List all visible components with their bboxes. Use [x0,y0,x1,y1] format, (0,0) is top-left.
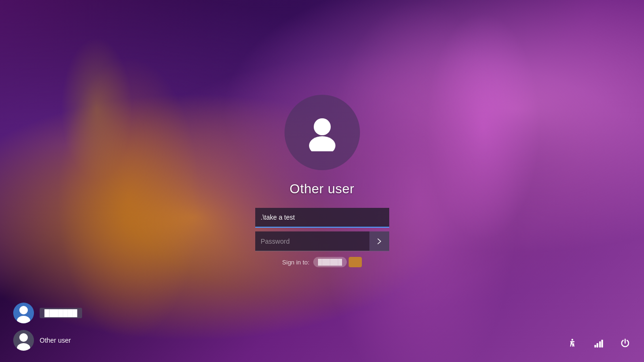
other-user-avatar [13,330,34,351]
power-button[interactable] [616,334,635,353]
domain-text: ██████ [318,259,342,265]
list-item-current-user[interactable]: ███████ [9,301,86,325]
network-button[interactable] [589,334,608,353]
accessibility-button[interactable] [563,334,582,353]
current-user-name: ███████ [40,308,82,318]
username-input[interactable] [255,208,389,228]
username-title: Other user [290,181,354,197]
svg-rect-10 [602,340,603,348]
svg-point-4 [19,333,28,342]
user-list: ███████ Other user [9,301,86,353]
user-avatar-icon [303,114,341,151]
sign-in-row: Sign in to: ██████ [282,257,362,267]
other-user-avatar-icon [13,330,34,351]
sign-in-label: Sign in to: [282,259,309,266]
svg-point-3 [17,316,30,323]
svg-rect-8 [596,343,598,347]
domain-active-indicator [349,257,362,267]
password-container [255,231,389,251]
svg-point-2 [19,306,28,314]
svg-rect-7 [594,345,596,348]
power-icon [620,338,630,348]
current-user-avatar-icon [13,303,34,323]
svg-rect-9 [599,341,601,347]
current-user-avatar [13,303,34,323]
system-buttons [563,334,635,353]
svg-point-1 [309,136,335,151]
arrow-right-icon [375,237,384,246]
network-icon [594,338,604,348]
user-avatar-large [284,95,360,170]
accessibility-icon [567,338,577,348]
other-user-name: Other user [40,337,82,344]
list-item-other-user[interactable]: Other user [9,328,86,353]
submit-button[interactable] [369,231,389,251]
sign-in-domain: ██████ [313,257,362,267]
login-container: Other user Sign in to: ██████ [255,95,389,267]
domain-pill: ██████ [313,257,347,267]
svg-point-0 [314,118,331,135]
svg-point-6 [571,339,573,341]
svg-point-5 [17,343,30,351]
